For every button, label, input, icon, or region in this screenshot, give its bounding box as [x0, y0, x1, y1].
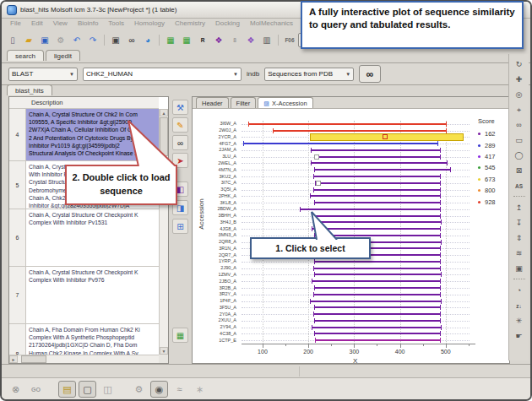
query-dropdown[interactable]: CHK2_HUMAN ▼ [83, 68, 242, 81]
plot-bar[interactable] [314, 274, 441, 275]
stereo-glasses-icon[interactable]: ∞ [124, 33, 139, 47]
menu-tools[interactable]: Tools [103, 19, 129, 30]
lasso-select-icon[interactable]: ◯ [513, 148, 526, 163]
as-label-icon[interactable]: AS [513, 178, 526, 193]
search-button[interactable]: ∞ [359, 65, 381, 83]
display-monitor-icon[interactable]: ▣ [108, 33, 123, 47]
method-dropdown[interactable]: BLAST ▼ [8, 68, 78, 81]
table-row[interactable]: 7Chain A, Crystal Structure Of Checkpoin… [9, 267, 159, 324]
tab-search[interactable]: search [7, 50, 44, 61]
menu-chemistry[interactable]: Chemistry [170, 19, 210, 30]
save-icon[interactable]: ▣ [37, 33, 52, 47]
plot-bar[interactable] [315, 182, 440, 184]
plot-bar[interactable] [311, 149, 440, 151]
plot-bar[interactable] [310, 195, 439, 197]
menu-homology[interactable]: Homology [129, 19, 170, 30]
scroll-up-icon[interactable]: ▲ [160, 109, 168, 117]
grid-plus-icon[interactable]: ⊞ [172, 219, 188, 234]
plot-bar[interactable] [315, 339, 441, 341]
plot-bar[interactable] [243, 143, 437, 144]
globe-icon[interactable]: ◕ [140, 33, 155, 47]
box-clip-icon[interactable]: ⊠ [513, 163, 526, 178]
r-console-icon[interactable]: R [195, 33, 210, 47]
single-view-icon[interactable]: ▢ [79, 381, 96, 398]
translate-up-icon[interactable]: ↥ [513, 200, 526, 215]
tab-filter[interactable]: Filter [231, 97, 257, 108]
plot-bar[interactable] [310, 301, 441, 302]
molecule2-icon[interactable]: ❖ [243, 33, 258, 47]
zoom-magnifier-icon[interactable]: ◎ [513, 87, 526, 102]
load-table-icon[interactable]: ▦ [163, 33, 178, 47]
scroll-right-icon[interactable]: ► [9, 355, 18, 363]
menu-file[interactable]: File [5, 19, 26, 30]
plot-bar[interactable] [314, 169, 450, 171]
plot-bar[interactable] [312, 327, 441, 328]
tab-blast-hits[interactable]: blast_hits [7, 84, 52, 95]
pan-move-icon[interactable]: ✚ [513, 72, 526, 87]
plot-bar[interactable] [314, 202, 440, 203]
column-header-description[interactable]: Description [9, 97, 159, 109]
menu-docking[interactable]: Docking [210, 19, 245, 30]
go-button[interactable]: GO [27, 381, 45, 398]
plot-bar[interactable] [311, 162, 448, 164]
plot-bar[interactable] [314, 156, 440, 158]
rotate-icon[interactable]: ↻ [513, 57, 526, 72]
tab-ligedit[interactable]: ligedit [46, 50, 80, 61]
lock-icon[interactable]: ▣ [513, 261, 526, 276]
pie-icon[interactable]: ◔ [513, 283, 526, 298]
table-row[interactable]: 6Chain A, Crystal Structure Of Checkpoin… [9, 209, 159, 267]
plot-bar[interactable] [273, 130, 446, 132]
sort-z-icon[interactable]: z↓ [513, 298, 526, 313]
hand-pointer-icon[interactable]: ☛ [513, 328, 526, 344]
tab-header[interactable]: Header [196, 97, 229, 108]
plot-bar[interactable] [314, 306, 440, 308]
hammer-tools-icon[interactable]: ⚒ [172, 100, 188, 115]
stereo-view-icon[interactable]: ∞ [513, 117, 526, 133]
plot-bar[interactable] [314, 287, 440, 289]
plot-bar[interactable] [313, 313, 440, 315]
probe-icon[interactable]: ∗ [191, 381, 209, 398]
menu-molmechanics[interactable]: MolMechanics [245, 19, 298, 30]
split-view-icon[interactable]: ◫ [99, 381, 117, 398]
plot-bar[interactable] [314, 320, 440, 322]
table-row[interactable]: 8Chain A, Fha Domain From Human Chk2 KiC… [9, 324, 159, 355]
settings-gear-icon[interactable]: ⚙ [53, 33, 68, 47]
f06-icon[interactable]: F06 [282, 33, 297, 47]
open-folder-icon[interactable]: ▰ [21, 33, 36, 47]
plot-bar[interactable] [312, 280, 439, 282]
workspace-panels-icon[interactable]: ▤ [58, 381, 76, 398]
plot-bar[interactable] [313, 294, 440, 295]
filmstrip-icon[interactable]: ▥ [259, 33, 274, 47]
horizontal-scrollbar[interactable]: ◄ ► [9, 355, 159, 363]
rect-select-icon[interactable]: ▭ [513, 133, 526, 148]
redo-icon[interactable]: ↷ [85, 33, 100, 47]
undo-icon[interactable]: ↶ [69, 33, 84, 47]
expand-vertical-icon[interactable]: ⇕ [513, 230, 526, 246]
layers-icon[interactable]: ≋ [513, 246, 526, 261]
table-chart-icon[interactable]: ▦ [172, 328, 188, 343]
menu-view[interactable]: View [48, 19, 73, 30]
plot-bar[interactable] [248, 123, 446, 125]
translate-down-icon[interactable]: ↧ [513, 215, 526, 230]
plot-area[interactable] [242, 121, 470, 344]
scrollbar-thumb[interactable] [21, 355, 46, 363]
plot-bar[interactable] [313, 176, 440, 177]
snapshot-camera-icon[interactable]: ◉ [150, 381, 168, 398]
tab-x-accession[interactable]: ▨ X-Accession [258, 97, 312, 108]
append-table-icon[interactable]: ▦ [179, 33, 194, 47]
menu-bioinfo[interactable]: Bioinfo [73, 19, 103, 30]
database-dropdown[interactable]: Sequences from PDB ▼ [264, 68, 354, 81]
stop-icon[interactable]: ⊗ [7, 381, 24, 398]
molecule-icon[interactable]: ❖ [211, 33, 226, 47]
plot-bar[interactable] [314, 261, 440, 263]
new-document-icon[interactable]: ▯ [5, 33, 20, 47]
object-icon[interactable]: 8 [227, 33, 242, 47]
plot-bar[interactable] [313, 189, 440, 191]
plot-bar[interactable] [314, 333, 440, 334]
plot-bar[interactable] [313, 268, 440, 269]
animation-icon[interactable]: ≈ [171, 381, 188, 398]
star-display-icon[interactable]: ✳ [513, 313, 526, 328]
menu-edit[interactable]: Edit [26, 19, 48, 30]
scroll-down-icon[interactable]: ▼ [160, 347, 168, 355]
pick-target-icon[interactable]: ⌖ [513, 102, 526, 117]
